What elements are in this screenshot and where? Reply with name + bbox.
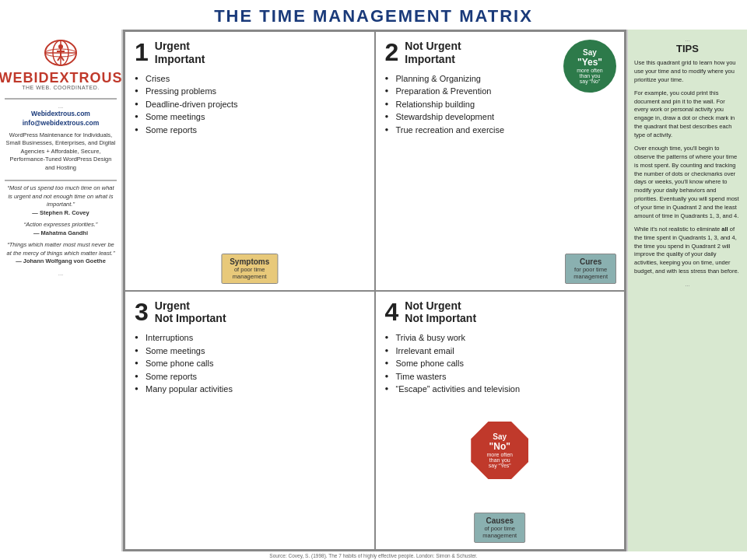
quadrant-1: 1 Urgent Important Crises Pressing probl… xyxy=(124,31,375,291)
sidebar-desc: WordPress Maintenance for Individuals, S… xyxy=(5,131,117,173)
page-title-bar: THE TIME MANAGEMENT MATRIX xyxy=(0,0,747,30)
right-dots-top: ... xyxy=(634,36,741,43)
sidebar-quote-3: “Things which matter most must never be … xyxy=(5,241,117,266)
logo-sub: THE WEB. COORDINATED. xyxy=(22,85,99,90)
list-item: Some meetings xyxy=(135,345,365,358)
say-no-octagon: Say "No" more often than you say “Yes” xyxy=(471,422,528,479)
quadrant-4: 4 Not Urgent Not Important Trivia & busy… xyxy=(375,291,626,551)
quadrant-3-number: 3 xyxy=(135,299,149,324)
quadrant-3-list: Interruptions Some meetings Some phone c… xyxy=(135,331,365,396)
quadrant-1-title: Urgent Important xyxy=(155,40,205,66)
list-item: Crises xyxy=(135,72,365,86)
quadrant-1-number: 1 xyxy=(135,40,149,65)
list-item: Deadline-driven projects xyxy=(135,98,365,111)
quadrant-2-title: Not Urgent Important xyxy=(405,40,461,66)
quadrant-2: Say "Yes" more often than you say “No” 2… xyxy=(375,31,626,291)
list-item: Some reports xyxy=(135,124,365,137)
logo-icon xyxy=(37,36,84,71)
tips-title: TIPS xyxy=(634,43,741,54)
quadrant-4-title: Not Urgent Not Important xyxy=(405,299,476,326)
logo-area: WEBIDEXTROUS THE WEB. COORDINATED. xyxy=(0,36,123,90)
quadrant-3: 3 Urgent Not Important Interruptions Som… xyxy=(124,291,375,551)
list-item: Some phone calls xyxy=(135,357,365,370)
page-title: THE TIME MANAGEMENT MATRIX xyxy=(0,6,747,26)
list-item: Stewardship development xyxy=(385,110,615,124)
sidebar-contact: Webidextrous.com info@webidextrous.com xyxy=(23,110,100,128)
list-item: Some reports xyxy=(135,370,365,383)
matrix-area: 1 Urgent Important Crises Pressing probl… xyxy=(123,30,626,551)
right-dots-bottom: ... xyxy=(634,281,741,288)
list-item: Some meetings xyxy=(135,110,365,124)
list-item: Relationship building xyxy=(385,98,615,111)
quadrant-4-header: 4 Not Urgent Not Important xyxy=(385,299,615,326)
sidebar-divider-mid xyxy=(5,180,117,181)
matrix-row-bottom: 3 Urgent Not Important Interruptions Som… xyxy=(124,291,625,551)
symptoms-badge: Symptoms of poor time management xyxy=(221,254,278,284)
sidebar-quote-2: “Action expresses priorities.” — Mahatma… xyxy=(24,221,98,237)
svg-point-5 xyxy=(58,44,63,49)
cures-badge: Cures for poor time management xyxy=(565,254,616,284)
list-item: Interruptions xyxy=(135,331,365,345)
list-item: Planning & Organizing xyxy=(385,72,615,86)
dots-top: ... xyxy=(58,103,64,110)
quadrant-1-header: 1 Urgent Important xyxy=(135,40,365,66)
list-item: Time wasters xyxy=(385,370,615,383)
sidebar-quote-1: “Most of us spend too much time on what … xyxy=(5,184,117,217)
left-sidebar: WEBIDEXTROUS THE WEB. COORDINATED. ... W… xyxy=(0,30,123,551)
tips-text-2: For example, you could print this docume… xyxy=(634,89,741,140)
quadrant-2-list: Planning & Organizing Preparation & Prev… xyxy=(385,72,615,137)
quadrant-3-title: Urgent Not Important xyxy=(155,299,226,326)
causes-badge: Causes of poor time management xyxy=(474,513,525,543)
quadrant-1-list: Crises Pressing problems Deadline-driven… xyxy=(135,72,365,137)
right-sidebar: ... TIPS Use this quadrant grid to learn… xyxy=(626,30,747,551)
logo-text: WEBIDEXTROUS xyxy=(0,71,123,85)
sidebar-divider-top xyxy=(5,98,117,100)
list-item: Many popular activities xyxy=(135,383,365,396)
footer-source: Source: Covey, S. (1998). The 7 habits o… xyxy=(0,551,747,560)
quadrant-4-number: 4 xyxy=(385,299,399,324)
list-item: Irrelevant email xyxy=(385,345,615,358)
list-item: True recreation and exercise xyxy=(385,124,615,137)
list-item: “Escape” activities and television xyxy=(385,383,615,396)
quadrant-2-number: 2 xyxy=(385,40,399,65)
list-item: Some phone calls xyxy=(385,357,615,370)
list-item: Pressing problems xyxy=(135,85,365,98)
tips-text-3: Over enough time, you'll begin to observ… xyxy=(634,145,741,221)
quadrant-4-list: Trivia & busy work Irrelevant email Some… xyxy=(385,331,615,396)
quadrant-3-header: 3 Urgent Not Important xyxy=(135,299,365,326)
tips-text-4: While it's not realistic to eliminate al… xyxy=(634,226,741,276)
list-item: Preparation & Prevention xyxy=(385,85,615,98)
tips-text-1: Use this quadrant grid to learn how you … xyxy=(634,59,741,85)
matrix-row-top: 1 Urgent Important Crises Pressing probl… xyxy=(124,31,625,291)
list-item: Trivia & busy work xyxy=(385,331,615,345)
dots-bottom: ... xyxy=(58,270,64,277)
